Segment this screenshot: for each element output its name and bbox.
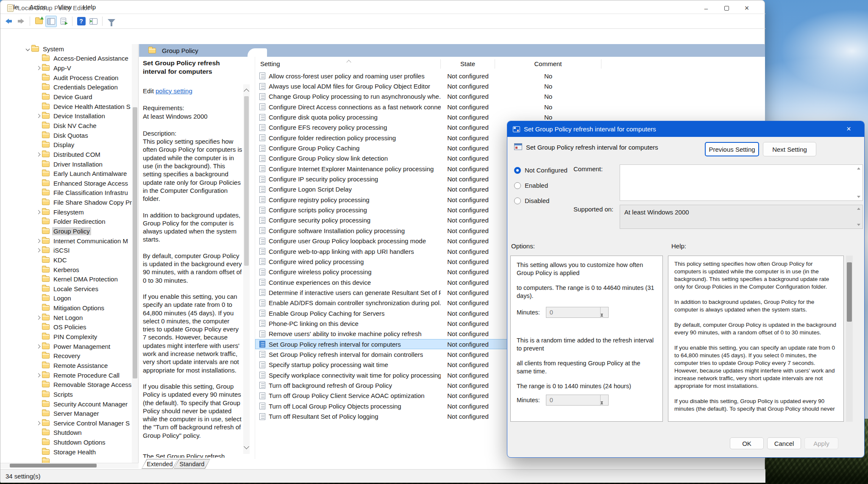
tree-item-storage-health[interactable]: Storage Health bbox=[0, 447, 138, 457]
tree-item-locale-services[interactable]: Locale Services bbox=[0, 284, 138, 294]
scroll-up-icon[interactable] bbox=[857, 167, 860, 170]
export-list-button[interactable] bbox=[58, 16, 69, 27]
tree-item-power-management[interactable]: Power Management bbox=[0, 342, 138, 351]
ok-button[interactable]: OK bbox=[730, 437, 764, 449]
tree-item-audit-process-creation[interactable]: Audit Process Creation bbox=[0, 73, 138, 83]
tree-item-remote-assistance[interactable]: Remote Assistance bbox=[0, 361, 138, 370]
tree-item-file-classification-infrastru[interactable]: File Classification Infrastru bbox=[0, 188, 138, 198]
table-row[interactable]: Configure Direct Access connections as a… bbox=[255, 102, 765, 112]
tree-item-removable-storage-access[interactable]: Removable Storage Access bbox=[0, 380, 138, 389]
tree-item-kerberos[interactable]: Kerberos bbox=[0, 265, 138, 275]
tree-item-file-share-shadow-copy-pr[interactable]: File Share Shadow Copy Pr bbox=[0, 197, 138, 207]
chevron-right-icon[interactable] bbox=[36, 315, 41, 320]
radio-button-icon[interactable] bbox=[514, 167, 521, 174]
radio-enabled[interactable]: Enabled bbox=[514, 182, 548, 189]
help-scrollbar-thumb[interactable] bbox=[847, 262, 852, 322]
comment-field[interactable] bbox=[620, 164, 863, 201]
tree-item-early-launch-antimalware[interactable]: Early Launch Antimalware bbox=[0, 169, 138, 178]
chevron-right-icon[interactable] bbox=[36, 373, 41, 377]
tree-item-device-guard[interactable]: Device Guard bbox=[0, 92, 138, 102]
close-button[interactable]: × bbox=[737, 0, 757, 16]
tree-item-iscsi[interactable]: iSCSI bbox=[0, 245, 138, 255]
cancel-button[interactable]: Cancel bbox=[767, 437, 801, 449]
column-header-state[interactable]: State bbox=[441, 59, 495, 69]
chevron-down-icon[interactable] bbox=[26, 47, 30, 51]
chevron-right-icon[interactable] bbox=[36, 152, 41, 156]
tree-item-disk-quotas[interactable]: Disk Quotas bbox=[0, 131, 138, 140]
tree-item-folder-redirection[interactable]: Folder Redirection bbox=[0, 217, 138, 227]
tree-item-logon[interactable]: Logon bbox=[0, 294, 138, 303]
chevron-right-icon[interactable] bbox=[36, 66, 41, 70]
tree-vertical-scrollbar-thumb[interactable] bbox=[133, 107, 137, 378]
tree-item-os-policies[interactable]: OS Policies bbox=[0, 323, 138, 332]
tree-item-server-manager[interactable]: Server Manager bbox=[0, 409, 138, 418]
table-row[interactable]: Always use local ADM files for Group Pol… bbox=[255, 81, 765, 91]
previous-setting-button[interactable]: Previous Setting bbox=[705, 142, 759, 156]
tree-item-security-account-manager[interactable]: Security Account Manager bbox=[0, 399, 138, 409]
spin-down-button[interactable] bbox=[601, 403, 608, 411]
table-row[interactable]: Change Group Policy processing to run as… bbox=[255, 92, 765, 102]
tree-item-internet-communication-m[interactable]: Internet Communication M bbox=[0, 236, 138, 246]
tree-item-kernel-dma-protection[interactable]: Kernel DMA Protection bbox=[0, 274, 138, 284]
tree-item-distributed-com[interactable]: Distributed COM bbox=[0, 150, 138, 159]
tab-standard[interactable]: Standard bbox=[174, 459, 210, 469]
dialog-close-button[interactable]: × bbox=[839, 121, 858, 137]
tab-extended[interactable]: Extended bbox=[142, 459, 178, 469]
title-bar[interactable]: Local Group Policy Editor – × bbox=[0, 0, 765, 16]
tree-item-driver-installation[interactable]: Driver Installation bbox=[0, 159, 138, 169]
chevron-right-icon[interactable] bbox=[36, 344, 41, 348]
column-header-comment[interactable]: Comment bbox=[495, 59, 601, 69]
tree-item-device-health-attestation-s[interactable]: Device Health Attestation S bbox=[0, 102, 138, 111]
radio-button-icon[interactable] bbox=[514, 182, 521, 189]
extended-pane-scrollbar-thumb[interactable] bbox=[244, 96, 249, 266]
spin-down-button[interactable] bbox=[601, 315, 608, 323]
maximize-button[interactable] bbox=[717, 0, 736, 16]
tree-item-scripts[interactable]: Scripts bbox=[0, 389, 138, 399]
tree-item-pin-complexity[interactable]: PIN Complexity bbox=[0, 332, 138, 342]
tree-item-disk-nv-cache[interactable]: Disk NV Cache bbox=[0, 121, 138, 131]
scroll-down-icon[interactable] bbox=[857, 196, 860, 198]
tree-item-kdc[interactable]: KDC bbox=[0, 255, 138, 265]
forward-button[interactable] bbox=[15, 16, 27, 27]
chevron-right-icon[interactable] bbox=[36, 114, 41, 118]
minutes-spinner[interactable]: 0 bbox=[546, 307, 609, 318]
tree-item-remote-procedure-call[interactable]: Remote Procedure Call bbox=[0, 370, 138, 380]
filter-button[interactable] bbox=[106, 16, 117, 27]
tree-item-shutdown[interactable]: Shutdown bbox=[0, 428, 138, 438]
chevron-right-icon[interactable] bbox=[36, 239, 41, 243]
tree-item[interactable] bbox=[0, 457, 138, 463]
tree-item-mitigation-options[interactable]: Mitigation Options bbox=[0, 303, 138, 313]
tree-item-app-v[interactable]: App-V bbox=[0, 63, 138, 73]
table-row[interactable]: Allow cross-forest user policy and roami… bbox=[255, 71, 765, 81]
tree-item-recovery[interactable]: Recovery bbox=[0, 351, 138, 361]
next-setting-button[interactable]: Next Setting bbox=[763, 142, 816, 156]
scroll-up-icon[interactable] bbox=[857, 208, 860, 210]
show-console-tree-button[interactable] bbox=[45, 16, 57, 27]
tree-horizontal-scrollbar-thumb[interactable] bbox=[10, 464, 97, 467]
tree-item-enhanced-storage-access[interactable]: Enhanced Storage Access bbox=[0, 178, 138, 188]
tree-item-access-denied-assistance[interactable]: Access-Denied Assistance bbox=[0, 54, 138, 64]
chevron-right-icon[interactable] bbox=[36, 210, 41, 214]
minutes-spinner[interactable]: 0 bbox=[546, 395, 609, 406]
chevron-right-icon[interactable] bbox=[36, 248, 41, 253]
policy-setting-link[interactable]: policy setting bbox=[156, 87, 192, 95]
show-action-pane-button[interactable] bbox=[88, 16, 99, 27]
tree-item-net-logon[interactable]: Net Logon bbox=[0, 313, 138, 323]
up-one-level-button[interactable] bbox=[33, 16, 45, 27]
radio-disabled[interactable]: Disabled bbox=[514, 197, 549, 204]
scroll-down-icon[interactable] bbox=[857, 224, 860, 226]
radio-button-icon[interactable] bbox=[514, 197, 521, 204]
tree-item-system[interactable]: System bbox=[0, 44, 138, 54]
tree-item-service-control-manager-s[interactable]: Service Control Manager S bbox=[0, 418, 138, 428]
tree-item-shutdown-options[interactable]: Shutdown Options bbox=[0, 437, 138, 447]
tree-item-group-policy[interactable]: Group Policy bbox=[0, 226, 138, 236]
tree-item-display[interactable]: Display bbox=[0, 140, 138, 150]
help-button[interactable]: ? bbox=[75, 16, 87, 27]
chevron-right-icon[interactable] bbox=[36, 421, 41, 425]
tree-item-device-installation[interactable]: Device Installation bbox=[0, 111, 138, 121]
tree-item-credentials-delegation[interactable]: Credentials Delegation bbox=[0, 83, 138, 92]
back-button[interactable] bbox=[3, 16, 14, 27]
dialog-title-bar[interactable]: Set Group Policy refresh interval for co… bbox=[507, 121, 864, 137]
radio-not-configured[interactable]: Not Configured bbox=[514, 167, 568, 174]
minimize-button[interactable]: – bbox=[696, 0, 716, 16]
